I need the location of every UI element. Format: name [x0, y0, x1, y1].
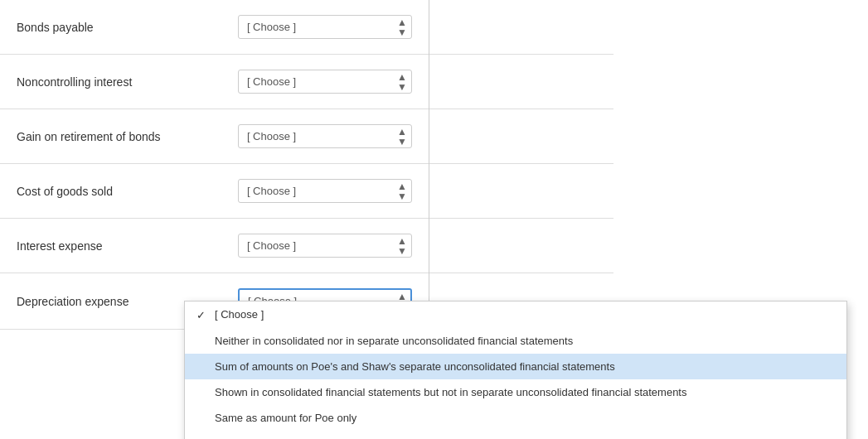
- right-spacer: [429, 0, 613, 55]
- dropdown-item-choose[interactable]: ✓[ Choose ]: [185, 302, 846, 328]
- dropdown-item-text-shown-consolidated: Shown in consolidated financial statemen…: [215, 386, 835, 398]
- select-interest-expense[interactable]: [ Choose ]: [238, 234, 412, 258]
- select-bonds-payable[interactable]: [ Choose ]: [238, 15, 412, 39]
- select-gain-on-retirement[interactable]: [ Choose ]: [238, 124, 412, 148]
- form-row-bonds-payable: Bonds payable[ Choose ]▲▼: [0, 0, 613, 55]
- select-cost-of-goods-sold[interactable]: [ Choose ]: [238, 179, 412, 203]
- label-bonds-payable: Bonds payable: [0, 0, 221, 55]
- dropdown-overlay: ✓[ Choose ]Neither in consolidated nor i…: [184, 301, 847, 439]
- form-table: Bonds payable[ Choose ]▲▼Noncontrolling …: [0, 0, 613, 330]
- select-wrapper-gain-on-retirement: [ Choose ]▲▼: [238, 124, 412, 148]
- form-row-cost-of-goods-sold: Cost of goods sold[ Choose ]▲▼: [0, 164, 613, 219]
- dropdown-item-less-than-sum[interactable]: Less than the sum of amounts on Poe's an…: [185, 431, 846, 439]
- select-wrapper-noncontrolling-interest: [ Choose ]▲▼: [238, 70, 412, 94]
- check-icon: ✓: [196, 309, 208, 321]
- dropdown-item-same-poe[interactable]: Same as amount for Poe only: [185, 405, 846, 431]
- select-wrapper-interest-expense: [ Choose ]▲▼: [238, 234, 412, 258]
- select-wrapper-bonds-payable: [ Choose ]▲▼: [238, 15, 412, 39]
- label-noncontrolling-interest: Noncontrolling interest: [0, 55, 221, 109]
- form-row-interest-expense: Interest expense[ Choose ]▲▼: [0, 219, 613, 273]
- label-interest-expense: Interest expense: [0, 219, 221, 273]
- dropdown-item-text-sum-amounts: Sum of amounts on Poe's and Shaw's separ…: [215, 360, 835, 373]
- main-container: Bonds payable[ Choose ]▲▼Noncontrolling …: [0, 0, 868, 439]
- dropdown-item-sum-amounts[interactable]: Sum of amounts on Poe's and Shaw's separ…: [185, 354, 846, 379]
- right-spacer: [429, 55, 613, 109]
- select-wrapper-cost-of-goods-sold: [ Choose ]▲▼: [238, 179, 412, 203]
- dropdown-item-text-choose: [ Choose ]: [215, 308, 835, 321]
- select-noncontrolling-interest[interactable]: [ Choose ]: [238, 70, 412, 94]
- dropdown-item-neither[interactable]: Neither in consolidated nor in separate …: [185, 328, 846, 354]
- form-row-noncontrolling-interest: Noncontrolling interest[ Choose ]▲▼: [0, 55, 613, 109]
- right-spacer: [429, 219, 613, 273]
- dropdown-item-text-neither: Neither in consolidated nor in separate …: [215, 335, 835, 347]
- dropdown-item-text-same-poe: Same as amount for Poe only: [215, 412, 835, 424]
- label-cost-of-goods-sold: Cost of goods sold: [0, 164, 221, 219]
- label-gain-on-retirement: Gain on retirement of bonds: [0, 109, 221, 164]
- dropdown-item-shown-consolidated[interactable]: Shown in consolidated financial statemen…: [185, 379, 846, 405]
- form-row-gain-on-retirement: Gain on retirement of bonds[ Choose ]▲▼: [0, 109, 613, 164]
- right-spacer: [429, 164, 613, 219]
- right-spacer: [429, 109, 613, 164]
